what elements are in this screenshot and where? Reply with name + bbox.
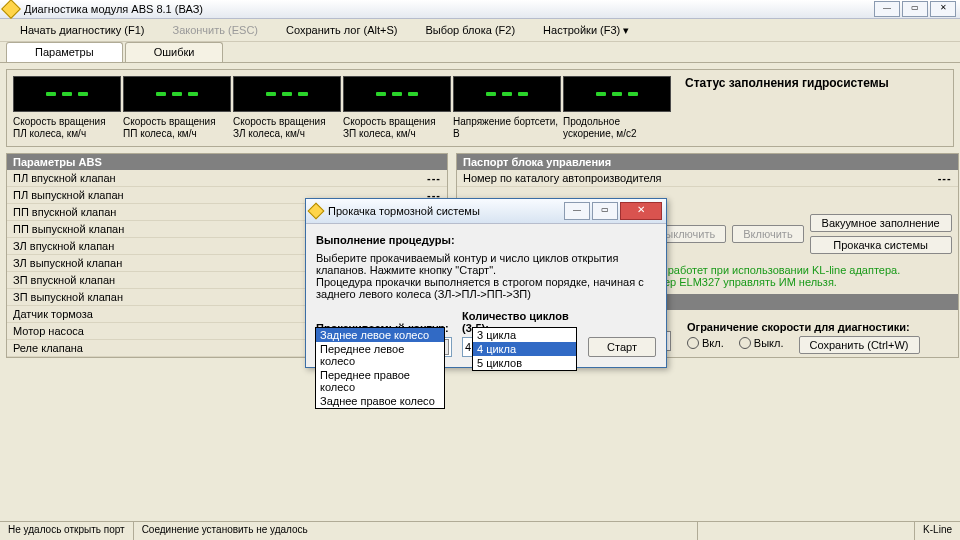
dialog-close-button[interactable]: ✕	[620, 202, 662, 220]
menu-finish: Закончить (ESC)	[158, 21, 272, 39]
dialog-icon	[308, 203, 325, 220]
gauge-voltage: Напряжение бортсети, В	[453, 76, 559, 140]
dropdown-option[interactable]: 4 цикла	[473, 342, 576, 356]
tab-errors[interactable]: Ошибки	[125, 42, 224, 62]
gauge-rear-left: Скорость вращения ЗЛ колеса, км/ч	[233, 76, 339, 140]
im-on-button: Включить	[732, 225, 803, 243]
window-title: Диагностика модуля ABS 8.1 (ВАЗ)	[24, 3, 874, 15]
dropdown-option[interactable]: Переднее правое колесо	[316, 368, 444, 394]
passport-row: Номер по каталогу автопроизводителя---	[457, 170, 958, 187]
gauge-front-right: Скорость вращения ПП колеса, км/ч	[123, 76, 229, 140]
status-connection: Соединение установить не удалось	[134, 522, 698, 540]
dialog-heading: Выполнение процедуры:	[316, 234, 656, 246]
menu-start-diag[interactable]: Начать диагностику (F1)	[6, 21, 158, 39]
circuit-dropdown: Заднее левое колесо Переднее левое колес…	[315, 327, 445, 409]
app-icon	[1, 0, 21, 19]
start-button[interactable]: Старт	[588, 337, 656, 357]
hydro-status-label: Статус заполнения гидросистемы	[673, 76, 947, 140]
dialog-maximize-button[interactable]: ▭	[592, 202, 618, 220]
gauge-front-left: Скорость вращения ПЛ колеса, км/ч	[13, 76, 119, 140]
menu-settings[interactable]: Настройки (F3) ▾	[529, 21, 643, 40]
speed-limit-label: Ограничение скорости для диагностики:	[687, 321, 952, 333]
tab-parameters[interactable]: Параметры	[6, 42, 123, 62]
restore-button[interactable]: ▭	[902, 1, 928, 17]
status-bar: Не удалось открыть порт Соединение устан…	[0, 521, 960, 540]
status-protocol: K-Line	[915, 522, 960, 540]
cycles-dropdown: 3 цикла 4 цикла 5 циклов	[472, 327, 577, 371]
limit-on-radio[interactable]: Вкл.	[687, 337, 724, 349]
status-port: Не удалось открыть порт	[0, 522, 134, 540]
menubar: Начать диагностику (F1) Закончить (ESC) …	[0, 19, 960, 42]
save-ecu-button[interactable]: Сохранить (Ctrl+W)	[799, 336, 920, 354]
status-empty	[698, 522, 915, 540]
dropdown-option[interactable]: Заднее правое колесо	[316, 394, 444, 408]
dialog-title: Прокачка тормозной системы	[328, 205, 564, 217]
menu-select-block[interactable]: Выбор блока (F2)	[411, 21, 529, 39]
limit-off-radio[interactable]: Выкл.	[739, 337, 784, 349]
dropdown-option[interactable]: 3 цикла	[473, 328, 576, 342]
dialog-titlebar[interactable]: Прокачка тормозной системы — ▭ ✕	[306, 199, 666, 224]
pump-system-button[interactable]: Прокачка системы	[810, 236, 952, 254]
tabs: Параметры Ошибки	[0, 42, 960, 63]
abs-params-title: Параметры ABS	[7, 154, 447, 170]
minimize-button[interactable]: —	[874, 1, 900, 17]
passport-title: Паспорт блока управления	[457, 154, 958, 170]
vacuum-fill-button[interactable]: Вакуумное заполнение	[810, 214, 952, 232]
gauge-strip: Скорость вращения ПЛ колеса, км/ч Скорос…	[6, 69, 954, 147]
dropdown-option[interactable]: Заднее левое колесо	[316, 328, 444, 342]
param-row: ПЛ впускной клапан---	[7, 170, 447, 187]
menu-save-log[interactable]: Сохранить лог (Alt+S)	[272, 21, 411, 39]
gauge-rear-right: Скорость вращения ЗП колеса, км/ч	[343, 76, 449, 140]
gauge-accel: Продольное ускорение, м/с2	[563, 76, 669, 140]
dialog-text2: Процедура прокачки выполняется в строгом…	[316, 276, 656, 300]
dialog-minimize-button[interactable]: —	[564, 202, 590, 220]
close-button[interactable]: ✕	[930, 1, 956, 17]
dropdown-option[interactable]: 5 циклов	[473, 356, 576, 370]
window-titlebar: Диагностика модуля ABS 8.1 (ВАЗ) — ▭ ✕	[0, 0, 960, 19]
dropdown-option[interactable]: Переднее левое колесо	[316, 342, 444, 368]
dialog-text1: Выберите прокачиваемый контур и число ци…	[316, 252, 656, 276]
